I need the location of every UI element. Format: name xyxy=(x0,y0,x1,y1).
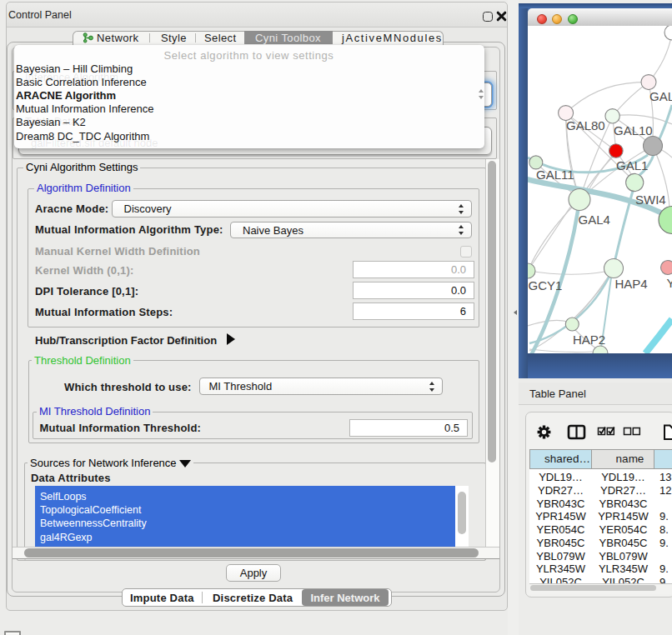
svg-text:SWI4: SWI4 xyxy=(635,192,666,207)
svg-text:GAL4: GAL4 xyxy=(579,212,610,227)
svg-text:HAP4: HAP4 xyxy=(615,277,648,291)
svg-text:HAP2: HAP2 xyxy=(573,332,605,347)
svg-text:GAL1: GAL1 xyxy=(616,158,648,172)
svg-text:Y: Y xyxy=(667,276,672,290)
svg-text:GAL7: GAL7 xyxy=(649,89,672,103)
svg-text:GCY1: GCY1 xyxy=(529,278,563,292)
svg-text:GAL80: GAL80 xyxy=(566,118,605,132)
svg-text:GAL11: GAL11 xyxy=(536,168,574,182)
svg-text:GAL10: GAL10 xyxy=(614,123,653,138)
